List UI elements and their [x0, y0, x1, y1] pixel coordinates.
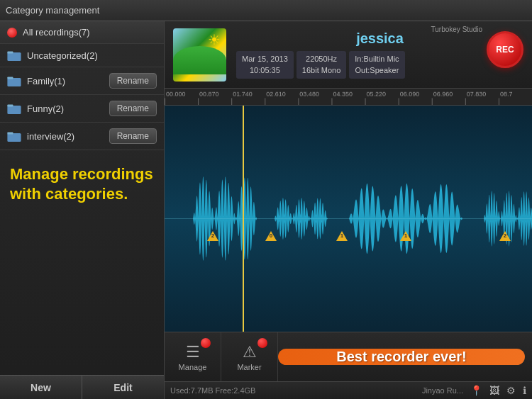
content-panel: jessica Mar 15, 2013 10:05:35 22050Hz 16… — [165, 21, 532, 399]
marker-label: Marker — [237, 363, 261, 371]
bottom-toolbar: ☰ Manage ⚠ Marker Best recorder ever! — [165, 332, 532, 381]
info-bar: jessica Mar 15, 2013 10:05:35 22050Hz 16… — [165, 21, 532, 89]
timeline-ruler — [165, 89, 532, 106]
svg-rect-6 — [7, 133, 21, 142]
input-value: In:Builtin Mic — [355, 55, 399, 63]
output-value: Out:Speaker — [355, 66, 399, 74]
turbokey-label: Turbokey Studio — [431, 26, 482, 33]
promo-message: Manage recordings with categories. — [10, 164, 154, 203]
marker-badge — [257, 338, 267, 348]
marker-triangle: 1 — [400, 231, 411, 241]
location-icon[interactable]: 📍 — [470, 385, 482, 396]
sidebar-bottom-bar: New Edit — [0, 375, 164, 399]
svg-rect-5 — [7, 104, 13, 106]
info-icon[interactable]: ℹ — [523, 385, 526, 396]
svg-rect-7 — [7, 132, 13, 134]
settings-icon[interactable]: ⚙ — [506, 385, 516, 396]
io-cell: In:Builtin Mic Out:Speaker — [349, 51, 404, 79]
marker-3[interactable]: 1 — [336, 231, 348, 241]
promo-bubble: Best recorder ever! — [278, 349, 525, 365]
svg-rect-0 — [7, 52, 21, 61]
recording-thumbnail — [173, 28, 226, 82]
promo-text-area: Manage recordings with categories. — [0, 150, 164, 375]
time-value: 10:05:35 — [250, 66, 280, 74]
sample-cell: 22050Hz 16bit Mono — [297, 51, 346, 79]
funny-rename-button[interactable]: Rename — [109, 101, 157, 116]
uncategorized-label: Uncategorized(2) — [27, 50, 157, 61]
family-label: Family(1) — [27, 76, 109, 86]
folder-icon — [7, 75, 21, 86]
marker-4[interactable]: 1 — [400, 231, 411, 241]
date-value: Mar 15, 2013 — [242, 55, 288, 63]
playhead — [243, 106, 244, 332]
all-recordings-label: All recordings(7) — [23, 27, 157, 38]
edit-button[interactable]: Edit — [82, 376, 164, 399]
sidebar-item-family[interactable]: Family(1) Rename — [0, 67, 164, 95]
manage-label: Manage — [179, 363, 207, 371]
family-rename-button[interactable]: Rename — [109, 73, 157, 89]
marker-triangle: 2 — [499, 231, 511, 241]
interview-rename-button[interactable]: Rename — [109, 128, 157, 144]
recording-info: jessica Mar 15, 2013 10:05:35 22050Hz 16… — [236, 30, 523, 79]
sidebar-item-funny[interactable]: Funny(2) Rename — [0, 95, 164, 123]
svg-rect-4 — [7, 106, 21, 114]
title-bar: Category management — [0, 0, 532, 21]
manage-icon: ☰ — [186, 343, 200, 361]
folder-icon — [7, 130, 21, 142]
manage-badge — [201, 338, 211, 348]
promo-bubble-text: Best recorder ever! — [336, 349, 466, 365]
waveform-area[interactable]: 2 0 1 1 2 — [165, 106, 532, 332]
image-icon[interactable]: 🖼 — [489, 385, 499, 396]
funny-label: Funny(2) — [27, 103, 109, 114]
svg-rect-2 — [7, 78, 21, 86]
marker-triangle: 1 — [336, 231, 348, 241]
meta-row: Mar 15, 2013 10:05:35 22050Hz 16bit Mono… — [236, 51, 523, 79]
status-right: Jinyao Ru... 📍 🖼 ⚙ ℹ — [422, 385, 526, 396]
marker-icon: ⚠ — [243, 343, 257, 361]
marker-1[interactable]: 2 — [207, 231, 218, 241]
folder-icon — [7, 103, 21, 114]
title-bar-label: Category management — [6, 5, 99, 16]
svg-rect-1 — [7, 51, 13, 53]
manage-button[interactable]: ☰ Manage — [165, 332, 221, 381]
status-bar: Used:7.7MB Free:2.4GB Jinyao Ru... 📍 🖼 ⚙… — [165, 381, 532, 399]
waveform-canvas — [165, 106, 532, 332]
new-button[interactable]: New — [0, 376, 82, 399]
ruler-canvas — [165, 89, 532, 105]
sidebar-item-uncategorized[interactable]: Uncategorized(2) — [0, 44, 164, 67]
rec-button[interactable]: REC — [487, 31, 523, 68]
location-text: Jinyao Ru... — [422, 386, 463, 395]
main-area: All recordings(7) Uncategorized(2) Famil… — [0, 21, 532, 399]
svg-rect-3 — [7, 77, 13, 79]
marker-triangle: 0 — [265, 231, 277, 241]
marker-button[interactable]: ⚠ Marker — [221, 332, 278, 381]
marker-5[interactable]: 2 — [499, 231, 511, 241]
marker-triangle: 2 — [207, 231, 218, 241]
folder-icon — [7, 50, 21, 61]
bit-depth: 16bit Mono — [302, 66, 340, 74]
red-dot-icon — [7, 28, 17, 38]
date-cell: Mar 15, 2013 10:05:35 — [236, 51, 294, 79]
sidebar-item-interview[interactable]: interview(2) Rename — [0, 123, 164, 150]
sidebar-item-all-recordings[interactable]: All recordings(7) — [0, 21, 164, 44]
sidebar: All recordings(7) Uncategorized(2) Famil… — [0, 21, 165, 399]
interview-label: interview(2) — [27, 131, 109, 142]
storage-status: Used:7.7MB Free:2.4GB — [170, 386, 422, 395]
sample-rate: 22050Hz — [306, 55, 337, 63]
marker-2[interactable]: 0 — [265, 231, 277, 241]
